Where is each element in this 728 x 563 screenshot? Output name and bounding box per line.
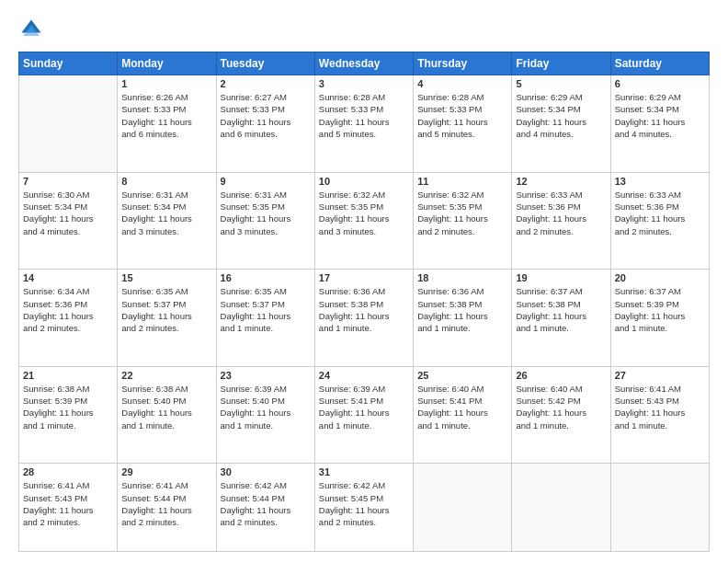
day-number: 21 <box>23 370 113 381</box>
calendar-cell: 28Sunrise: 6:41 AM Sunset: 5:43 PM Dayli… <box>19 464 118 552</box>
day-number: 10 <box>319 176 409 187</box>
weekday-header: Tuesday <box>216 52 314 75</box>
day-number: 9 <box>221 176 311 187</box>
day-info: Sunrise: 6:27 AM Sunset: 5:33 PM Dayligh… <box>221 91 311 140</box>
day-info: Sunrise: 6:42 AM Sunset: 5:45 PM Dayligh… <box>319 479 409 528</box>
day-number: 8 <box>121 176 211 187</box>
calendar-cell: 25Sunrise: 6:40 AM Sunset: 5:41 PM Dayli… <box>414 366 512 464</box>
calendar-cell: 18Sunrise: 6:36 AM Sunset: 5:38 PM Dayli… <box>414 270 512 367</box>
day-number: 19 <box>516 272 606 283</box>
day-info: Sunrise: 6:37 AM Sunset: 5:38 PM Dayligh… <box>516 285 606 334</box>
day-info: Sunrise: 6:41 AM Sunset: 5:44 PM Dayligh… <box>121 479 211 528</box>
calendar-cell <box>19 75 118 173</box>
calendar-cell: 14Sunrise: 6:34 AM Sunset: 5:36 PM Dayli… <box>19 270 118 367</box>
calendar-cell: 5Sunrise: 6:29 AM Sunset: 5:34 PM Daylig… <box>512 75 610 173</box>
day-number: 25 <box>417 370 507 381</box>
calendar-cell: 19Sunrise: 6:37 AM Sunset: 5:38 PM Dayli… <box>512 270 610 367</box>
day-number: 1 <box>121 78 211 89</box>
calendar-cell: 30Sunrise: 6:42 AM Sunset: 5:44 PM Dayli… <box>216 464 314 552</box>
day-number: 29 <box>121 466 211 477</box>
day-number: 30 <box>221 466 311 477</box>
day-info: Sunrise: 6:35 AM Sunset: 5:37 PM Dayligh… <box>221 285 311 334</box>
day-number: 18 <box>417 272 507 283</box>
calendar-cell: 10Sunrise: 6:32 AM Sunset: 5:35 PM Dayli… <box>314 172 413 270</box>
logo-icon <box>18 17 44 42</box>
day-info: Sunrise: 6:26 AM Sunset: 5:33 PM Dayligh… <box>121 91 211 140</box>
calendar-cell: 4Sunrise: 6:28 AM Sunset: 5:33 PM Daylig… <box>414 75 512 173</box>
day-info: Sunrise: 6:34 AM Sunset: 5:36 PM Dayligh… <box>23 285 113 334</box>
calendar-cell <box>414 464 512 552</box>
day-info: Sunrise: 6:33 AM Sunset: 5:36 PM Dayligh… <box>516 189 606 237</box>
calendar-cell: 2Sunrise: 6:27 AM Sunset: 5:33 PM Daylig… <box>216 75 314 173</box>
day-number: 28 <box>23 466 113 477</box>
day-number: 5 <box>516 78 606 89</box>
day-number: 24 <box>319 370 409 381</box>
calendar-cell: 15Sunrise: 6:35 AM Sunset: 5:37 PM Dayli… <box>118 270 216 367</box>
day-info: Sunrise: 6:32 AM Sunset: 5:35 PM Dayligh… <box>319 189 409 237</box>
day-number: 13 <box>615 176 705 187</box>
weekday-header: Sunday <box>19 52 118 75</box>
header <box>18 17 710 42</box>
day-info: Sunrise: 6:31 AM Sunset: 5:35 PM Dayligh… <box>221 189 311 237</box>
calendar-row: 7Sunrise: 6:30 AM Sunset: 5:34 PM Daylig… <box>19 172 710 270</box>
day-info: Sunrise: 6:29 AM Sunset: 5:34 PM Dayligh… <box>516 91 606 140</box>
day-number: 12 <box>516 176 606 187</box>
day-number: 16 <box>221 272 311 283</box>
day-info: Sunrise: 6:31 AM Sunset: 5:34 PM Dayligh… <box>121 189 211 237</box>
calendar-cell: 12Sunrise: 6:33 AM Sunset: 5:36 PM Dayli… <box>512 172 610 270</box>
calendar-cell: 27Sunrise: 6:41 AM Sunset: 5:43 PM Dayli… <box>610 366 709 464</box>
day-info: Sunrise: 6:42 AM Sunset: 5:44 PM Dayligh… <box>221 479 311 528</box>
calendar-cell: 9Sunrise: 6:31 AM Sunset: 5:35 PM Daylig… <box>216 172 314 270</box>
day-info: Sunrise: 6:29 AM Sunset: 5:34 PM Dayligh… <box>615 91 705 140</box>
weekday-header: Thursday <box>414 52 512 75</box>
day-number: 27 <box>615 370 705 381</box>
day-number: 7 <box>23 176 113 187</box>
day-info: Sunrise: 6:37 AM Sunset: 5:39 PM Dayligh… <box>615 285 705 334</box>
day-info: Sunrise: 6:41 AM Sunset: 5:43 PM Dayligh… <box>23 479 113 528</box>
day-info: Sunrise: 6:39 AM Sunset: 5:40 PM Dayligh… <box>221 383 311 431</box>
day-number: 4 <box>417 78 507 89</box>
calendar-cell: 22Sunrise: 6:38 AM Sunset: 5:40 PM Dayli… <box>118 366 216 464</box>
page: SundayMondayTuesdayWednesdayThursdayFrid… <box>0 0 728 563</box>
day-number: 22 <box>121 370 211 381</box>
day-info: Sunrise: 6:32 AM Sunset: 5:35 PM Dayligh… <box>417 189 507 237</box>
calendar-cell: 6Sunrise: 6:29 AM Sunset: 5:34 PM Daylig… <box>610 75 709 173</box>
calendar-row: 1Sunrise: 6:26 AM Sunset: 5:33 PM Daylig… <box>19 75 710 173</box>
day-info: Sunrise: 6:40 AM Sunset: 5:41 PM Dayligh… <box>417 383 507 431</box>
calendar-cell: 23Sunrise: 6:39 AM Sunset: 5:40 PM Dayli… <box>216 366 314 464</box>
day-info: Sunrise: 6:41 AM Sunset: 5:43 PM Dayligh… <box>615 383 705 431</box>
day-info: Sunrise: 6:35 AM Sunset: 5:37 PM Dayligh… <box>121 285 211 334</box>
calendar-cell: 20Sunrise: 6:37 AM Sunset: 5:39 PM Dayli… <box>610 270 709 367</box>
day-info: Sunrise: 6:36 AM Sunset: 5:38 PM Dayligh… <box>319 285 409 334</box>
calendar-cell: 8Sunrise: 6:31 AM Sunset: 5:34 PM Daylig… <box>118 172 216 270</box>
day-info: Sunrise: 6:30 AM Sunset: 5:34 PM Dayligh… <box>23 189 113 237</box>
day-number: 11 <box>417 176 507 187</box>
day-info: Sunrise: 6:39 AM Sunset: 5:41 PM Dayligh… <box>319 383 409 431</box>
day-info: Sunrise: 6:28 AM Sunset: 5:33 PM Dayligh… <box>417 91 507 140</box>
weekday-header: Friday <box>512 52 610 75</box>
day-info: Sunrise: 6:38 AM Sunset: 5:40 PM Dayligh… <box>121 383 211 431</box>
day-number: 6 <box>615 78 705 89</box>
calendar-cell: 11Sunrise: 6:32 AM Sunset: 5:35 PM Dayli… <box>414 172 512 270</box>
calendar-cell: 29Sunrise: 6:41 AM Sunset: 5:44 PM Dayli… <box>118 464 216 552</box>
day-number: 26 <box>516 370 606 381</box>
calendar-cell: 31Sunrise: 6:42 AM Sunset: 5:45 PM Dayli… <box>314 464 413 552</box>
calendar-cell: 13Sunrise: 6:33 AM Sunset: 5:36 PM Dayli… <box>610 172 709 270</box>
day-info: Sunrise: 6:33 AM Sunset: 5:36 PM Dayligh… <box>615 189 705 237</box>
calendar-cell: 1Sunrise: 6:26 AM Sunset: 5:33 PM Daylig… <box>118 75 216 173</box>
logo <box>18 17 48 42</box>
day-number: 3 <box>319 78 409 89</box>
calendar-row: 14Sunrise: 6:34 AM Sunset: 5:36 PM Dayli… <box>19 270 710 367</box>
day-number: 20 <box>615 272 705 283</box>
calendar-cell: 26Sunrise: 6:40 AM Sunset: 5:42 PM Dayli… <box>512 366 610 464</box>
weekday-header: Saturday <box>610 52 709 75</box>
calendar-cell <box>610 464 709 552</box>
calendar-cell: 21Sunrise: 6:38 AM Sunset: 5:39 PM Dayli… <box>19 366 118 464</box>
day-info: Sunrise: 6:36 AM Sunset: 5:38 PM Dayligh… <box>417 285 507 334</box>
day-number: 17 <box>319 272 409 283</box>
calendar-table: SundayMondayTuesdayWednesdayThursdayFrid… <box>18 52 710 552</box>
calendar-cell: 17Sunrise: 6:36 AM Sunset: 5:38 PM Dayli… <box>314 270 413 367</box>
day-number: 2 <box>221 78 311 89</box>
calendar-cell: 7Sunrise: 6:30 AM Sunset: 5:34 PM Daylig… <box>19 172 118 270</box>
weekday-header: Wednesday <box>314 52 413 75</box>
